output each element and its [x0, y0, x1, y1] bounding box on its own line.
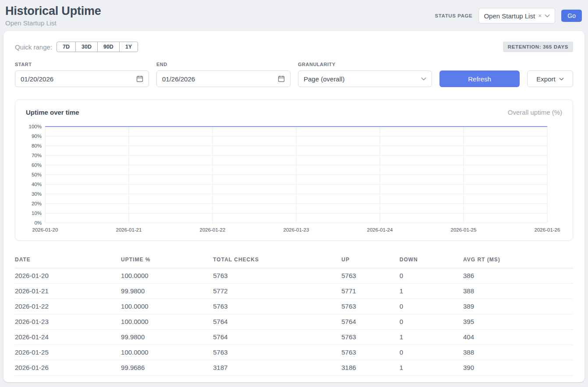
table-cell: 386 [463, 268, 573, 284]
quick-range-row: Quick range: 7D 30D 90D 1Y RETENTION: 36… [15, 42, 573, 52]
status-page-controls: STATUS PAGE Open Startup List × Go [435, 8, 582, 24]
table-cell: 5763 [213, 268, 341, 284]
table-cell: 388 [463, 345, 573, 360]
table-cell: 5763 [341, 299, 399, 314]
table-cell: 99.9800 [121, 284, 213, 299]
svg-text:100%: 100% [29, 124, 42, 129]
granularity-value: Page (overall) [304, 75, 421, 83]
svg-text:2026-01-23: 2026-01-23 [283, 227, 309, 232]
controls-row: START 01/20/2026 END 01/26/2026 [15, 62, 573, 87]
retention-badge: RETENTION: 365 DAYS [503, 42, 573, 52]
table-cell: 3187 [213, 360, 341, 376]
table-cell: 5763 [341, 330, 399, 345]
table-cell: 390 [463, 360, 573, 376]
table-cell: 100.0000 [121, 299, 213, 314]
table-cell: 2026-01-22 [15, 299, 121, 314]
granularity-select[interactable]: Page (overall) [298, 70, 432, 87]
table-cell: 5764 [213, 314, 341, 330]
quick-range-7d-button[interactable]: 7D [57, 42, 76, 52]
chart-title: Uptime over time [26, 109, 79, 116]
table-cell: 404 [463, 330, 573, 345]
table-cell: 389 [463, 299, 573, 314]
granularity-field: GRANULARITY Page (overall) [298, 62, 432, 87]
table-cell: 0 [400, 299, 463, 314]
table-cell: 99.9686 [121, 360, 213, 376]
quick-range-segmented-control: 7D 30D 90D 1Y [57, 42, 138, 52]
table-cell: 1 [400, 284, 463, 299]
svg-text:2026-01-25: 2026-01-25 [451, 227, 477, 232]
clear-selection-icon[interactable]: × [538, 12, 542, 19]
table-cell: 5763 [213, 345, 341, 360]
page-header: Historical Uptime Open Startup List STAT… [0, 0, 588, 27]
svg-text:70%: 70% [32, 153, 42, 158]
table-row: 2026-01-25100.0000576357630388 [15, 345, 573, 360]
end-date-input[interactable]: 01/26/2026 [156, 70, 290, 87]
uptime-table-head: DATEUPTIME %TOTAL CHECKSUPDOWNAVG RT (MS… [15, 252, 573, 268]
table-cell: 100.0000 [121, 268, 213, 284]
chevron-down-icon [559, 77, 564, 81]
svg-text:2026-01-24: 2026-01-24 [367, 227, 393, 232]
calendar-icon[interactable] [278, 75, 285, 82]
granularity-label: GRANULARITY [298, 62, 432, 67]
svg-text:20%: 20% [32, 201, 42, 206]
start-date-input[interactable]: 01/20/2026 [15, 70, 149, 87]
table-cell: 0 [400, 345, 463, 360]
table-cell: 0 [400, 314, 463, 330]
table-cell: 5772 [213, 284, 341, 299]
start-date-field: START 01/20/2026 [15, 62, 149, 87]
table-cell: 100.0000 [121, 345, 213, 360]
start-date-label: START [15, 62, 149, 67]
svg-text:90%: 90% [32, 134, 42, 139]
page-title: Historical Uptime [5, 4, 101, 18]
table-row: 2026-01-2499.9800576457631404 [15, 330, 573, 345]
table-row: 2026-01-2199.9800577257711388 [15, 284, 573, 299]
table-column-header: UP [341, 252, 399, 268]
table-column-header: DOWN [400, 252, 463, 268]
table-row: 2026-01-20100.0000576357630386 [15, 268, 573, 284]
table-cell: 1 [400, 360, 463, 376]
chart-legend: Overall uptime (%) [508, 109, 562, 116]
start-date-value: 01/20/2026 [21, 75, 136, 83]
table-cell: 5763 [213, 299, 341, 314]
status-page-select[interactable]: Open Startup List × [478, 8, 555, 24]
table-cell: 5763 [341, 345, 399, 360]
svg-text:60%: 60% [32, 162, 42, 168]
end-date-label: END [156, 62, 290, 67]
table-cell: 100.0000 [121, 314, 213, 330]
title-block: Historical Uptime Open Startup List [5, 4, 101, 27]
table-cell: 5771 [341, 284, 399, 299]
table-cell: 388 [463, 284, 573, 299]
chart-header: Uptime over time Overall uptime (%) [25, 108, 563, 122]
table-cell: 395 [463, 314, 573, 330]
uptime-table-body: 2026-01-20100.00005763576303862026-01-21… [15, 268, 573, 376]
svg-text:50%: 50% [32, 172, 42, 177]
chevron-down-icon [545, 14, 550, 18]
table-row: 2026-01-22100.0000576357630389 [15, 299, 573, 314]
uptime-chart-svg: 0%10%20%30%40%50%60%70%80%90%100%2026-01… [25, 122, 560, 237]
calendar-icon[interactable] [136, 75, 143, 82]
quick-range-90d-button[interactable]: 90D [97, 42, 120, 52]
svg-text:0%: 0% [34, 220, 42, 225]
table-cell: 2026-01-26 [15, 360, 121, 376]
table-row: 2026-01-23100.0000576457640395 [15, 314, 573, 330]
table-cell: 5763 [341, 268, 399, 284]
go-button[interactable]: Go [561, 10, 582, 22]
table-column-header: UPTIME % [121, 252, 213, 268]
status-page-selected-value: Open Startup List [484, 12, 535, 20]
table-cell: 5764 [213, 330, 341, 345]
quick-range-30d-button[interactable]: 30D [75, 42, 98, 52]
table-row: 2026-01-2699.9686318731861390 [15, 360, 573, 376]
quick-range-label: Quick range: [15, 43, 52, 51]
uptime-table: DATEUPTIME %TOTAL CHECKSUPDOWNAVG RT (MS… [15, 252, 573, 376]
quick-range-1y-button[interactable]: 1Y [119, 42, 138, 52]
svg-text:40%: 40% [32, 182, 42, 187]
export-button-label: Export [536, 75, 555, 83]
table-cell: 2026-01-20 [15, 268, 121, 284]
svg-text:2026-01-21: 2026-01-21 [116, 227, 142, 232]
refresh-button[interactable]: Refresh [439, 70, 520, 87]
export-button[interactable]: Export [527, 70, 573, 87]
svg-text:80%: 80% [32, 143, 42, 148]
table-column-header: DATE [15, 252, 121, 268]
status-page-label: STATUS PAGE [435, 13, 473, 18]
table-cell: 2026-01-23 [15, 314, 121, 330]
